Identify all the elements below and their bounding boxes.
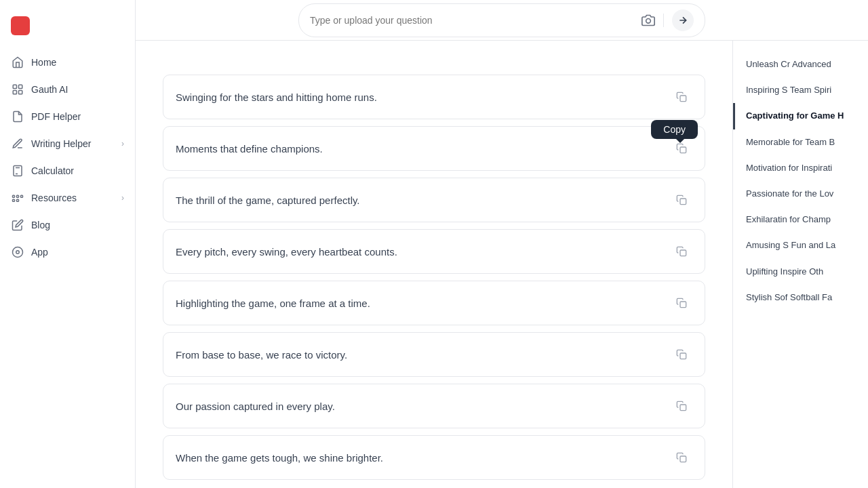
copy-button[interactable] (671, 292, 692, 314)
svg-point-21 (646, 18, 651, 23)
svg-point-20 (16, 251, 20, 254)
sidebar-label-home: Home (31, 57, 56, 68)
sidebar-label-gauth-ai: Gauth AI (31, 84, 68, 95)
right-panel: Unleash Cr AdvancedInspiring S Team Spir… (732, 41, 868, 488)
blog-icon (11, 218, 24, 232)
caption-card: From base to base, we race to victory. (163, 332, 705, 377)
copy-button[interactable] (671, 86, 692, 108)
right-panel-item-uplifting[interactable]: Uplifting Inspire Oth (733, 259, 868, 285)
sidebar-label-calculator: Calculator (31, 165, 74, 176)
caption-text: Our passion captured in every play. (176, 401, 671, 412)
right-panel-item-captivating[interactable]: Captivating for Game H (733, 103, 868, 129)
sidebar-item-blog[interactable]: Blog (0, 211, 135, 239)
search-bar (298, 3, 705, 37)
copy-button[interactable] (671, 344, 692, 365)
caption-text: The thrill of the game, captured perfect… (176, 195, 671, 206)
middle-scroll: Swinging for the stars and hitting home … (136, 41, 732, 488)
pdf-helper-icon (11, 110, 24, 123)
sidebar-item-calculator[interactable]: Calculator (0, 157, 135, 184)
caption-card: Highlighting the game, one frame at a ti… (163, 281, 705, 325)
sidebar-item-app[interactable]: App (0, 239, 135, 266)
sidebar-label-app: App (31, 247, 48, 258)
right-panel-item-memorable[interactable]: Memorable for Team B (733, 129, 868, 155)
topbar (136, 0, 868, 41)
copy-button[interactable] (671, 189, 692, 211)
caption-card: Every pitch, every swing, every heartbea… (163, 229, 705, 274)
right-panel-items: Unleash Cr AdvancedInspiring S Team Spir… (733, 52, 868, 310)
sidebar-label-resources: Resources (31, 192, 77, 203)
send-button[interactable] (672, 9, 694, 31)
svg-rect-24 (680, 199, 686, 205)
copy-tooltip: Copy (651, 120, 698, 139)
sidebar-label-pdf-helper: PDF Helper (31, 111, 81, 122)
svg-rect-2 (13, 91, 16, 94)
app-icon (11, 245, 24, 259)
search-divider (663, 14, 664, 27)
right-panel-item-exhilarating[interactable]: Exhilaratin for Champ (733, 207, 868, 232)
arrow-icon-resources: › (121, 193, 124, 203)
svg-rect-28 (680, 405, 686, 411)
caption-card: Moments that define champions. Copy (163, 126, 705, 171)
right-panel-item-passionate[interactable]: Passionate for the Lov (733, 181, 868, 207)
caption-text: Moments that define champions. (176, 143, 671, 155)
sidebar-item-gauth-ai[interactable]: Gauth AI (0, 76, 135, 103)
right-panel-item-motivation[interactable]: Motivation for Inspirati (733, 155, 868, 181)
sidebar-label-writing-helper: Writing Helper (31, 138, 91, 149)
right-panel-item-unleash[interactable]: Unleash Cr Advanced (733, 52, 868, 77)
sidebar-label-blog: Blog (31, 220, 50, 230)
svg-rect-18 (17, 199, 19, 201)
right-panel-item-stylish[interactable]: Stylish Sof Softball Fa (733, 285, 868, 310)
svg-rect-26 (680, 302, 686, 308)
svg-rect-23 (680, 147, 686, 153)
sidebar-item-resources[interactable]: Resources › (0, 184, 135, 211)
sidebar: Home Gauth AI PDF Helper Writing Helper … (0, 0, 136, 488)
resources-icon (11, 191, 24, 205)
writing-helper-icon (11, 137, 24, 150)
copy-button[interactable] (671, 447, 692, 468)
sidebar-item-home[interactable]: Home (0, 49, 135, 76)
arrow-icon-writing-helper: › (121, 139, 124, 148)
copy-button[interactable] (671, 241, 692, 262)
svg-point-19 (13, 247, 23, 258)
caption-card: The thrill of the game, captured perfect… (163, 178, 705, 222)
caption-text: From base to base, we race to victory. (176, 349, 671, 361)
svg-rect-1 (19, 85, 22, 88)
svg-rect-29 (680, 456, 686, 462)
home-icon (11, 56, 24, 69)
svg-rect-14 (13, 195, 15, 197)
svg-rect-25 (680, 250, 686, 256)
svg-rect-17 (13, 199, 15, 201)
caption-text: Highlighting the game, one frame at a ti… (176, 298, 671, 309)
sidebar-item-writing-helper[interactable]: Writing Helper › (0, 130, 135, 157)
copy-button[interactable] (671, 395, 692, 417)
svg-rect-0 (13, 85, 16, 88)
svg-rect-22 (680, 96, 686, 102)
caption-card: Our passion captured in every play. (163, 384, 705, 428)
gauth-ai-icon (11, 83, 24, 96)
search-input[interactable] (310, 15, 636, 26)
caption-text: Swinging for the stars and hitting home … (176, 92, 671, 103)
svg-rect-15 (17, 195, 19, 197)
main-area: Swinging for the stars and hitting home … (136, 0, 868, 488)
nav-items: Home Gauth AI PDF Helper Writing Helper … (0, 49, 135, 266)
captions-list: Swinging for the stars and hitting home … (163, 75, 705, 480)
caption-text: Every pitch, every swing, every heartbea… (176, 246, 671, 258)
right-panel-item-inspiring[interactable]: Inspiring S Team Spiri (733, 77, 868, 103)
right-panel-item-amusing[interactable]: Amusing S Fun and La (733, 232, 868, 258)
sidebar-item-pdf-helper[interactable]: PDF Helper (0, 103, 135, 130)
svg-rect-16 (21, 195, 23, 197)
caption-card: Swinging for the stars and hitting home … (163, 75, 705, 119)
camera-icon[interactable] (642, 14, 655, 27)
logo (0, 11, 135, 49)
caption-card: When the game gets tough, we shine brigh… (163, 435, 705, 480)
svg-rect-27 (680, 353, 686, 359)
caption-text: When the game gets tough, we shine brigh… (176, 452, 671, 464)
logo-icon (11, 16, 30, 35)
content-area: Swinging for the stars and hitting home … (136, 41, 868, 488)
svg-rect-3 (19, 91, 22, 94)
calculator-icon (11, 164, 24, 178)
